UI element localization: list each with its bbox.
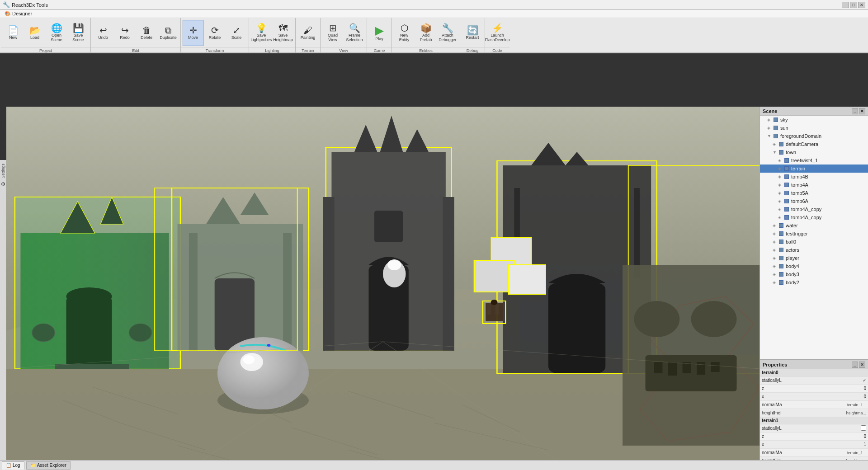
new-entity-button[interactable]: ⬡ New Entity (394, 20, 415, 46)
svg-rect-33 (331, 152, 445, 351)
frame-selection-button[interactable]: 🔍 Frame Selection (344, 20, 365, 46)
tree-item-body4[interactable]: ◈body4 (760, 262, 868, 270)
redo-button[interactable]: ↪ Redo (114, 20, 135, 46)
prop-section-terrain0[interactable]: terrain0 (760, 369, 868, 376)
tree-item-water[interactable]: ◈water (760, 221, 868, 230)
tree-item-tomb4A[interactable]: ◈tomb4A (760, 181, 868, 189)
props-close-btn[interactable]: ✕ (859, 362, 865, 368)
svg-point-53 (217, 387, 309, 414)
prop-label: x (762, 394, 798, 399)
menu-bar: 🎨 Designer (0, 10, 868, 18)
close-btn[interactable]: ✕ (858, 2, 865, 8)
scene-close-btn[interactable]: ✕ (859, 108, 865, 114)
undo-button[interactable]: ↩ Undo (93, 20, 113, 46)
attach-debugger-icon: 🔧 (442, 24, 453, 33)
save-lightprobes-button[interactable]: 💡 Save Lightprobes (251, 20, 272, 46)
tree-item-town[interactable]: ▼town (760, 148, 868, 156)
new-button[interactable]: 📄 New (3, 20, 24, 46)
add-prefab-button[interactable]: 📦 Add Prefab (415, 20, 436, 46)
svg-marker-18 (100, 197, 123, 224)
tree-item-label: sky (780, 117, 788, 122)
painting-button[interactable]: 🖌 Painting (297, 20, 318, 46)
log-tab[interactable]: 📋 Log (2, 461, 24, 470)
prop-value[interactable]: 1 (798, 442, 866, 447)
svg-line-80 (383, 342, 634, 470)
prop-checkbox[interactable] (861, 425, 866, 431)
prop-section-terrain1[interactable]: terrain1 (760, 417, 868, 424)
tree-item-foregroundDomain[interactable]: ▼foregroundDomain (760, 132, 868, 140)
toolbar-group-entities: ⬡ New Entity 📦 Add Prefab 🔧 Attach Debug… (392, 18, 460, 52)
delete-button[interactable]: 🗑 Delete (136, 20, 157, 46)
prop-row-staticallyL: staticallyL✓ (760, 376, 868, 385)
frame-selection-icon: 🔍 (349, 24, 360, 33)
node-box-icon (779, 280, 783, 285)
props-minimize-btn[interactable]: _ (852, 362, 858, 368)
prop-value[interactable]: 0 (798, 386, 866, 391)
tree-item-label: defaultCamera (786, 141, 818, 147)
minimize-btn[interactable]: _ (842, 2, 849, 8)
tree-item-tomb5A[interactable]: ◈tomb5A (760, 189, 868, 197)
node-box-icon (774, 118, 778, 122)
toolbar-group-transform: ✛ Move ⟳ Rotate ⤢ Scale Transform (181, 18, 249, 52)
prop-value[interactable]: 0 (798, 394, 866, 399)
duplicate-button[interactable]: ⧉ Duplicate (158, 20, 179, 46)
rotate-button[interactable]: ⟳ Rotate (204, 20, 225, 46)
tree-item-defaultCamera[interactable]: ◈defaultCamera (760, 140, 868, 148)
settings-gear-icon[interactable]: ⚙ (1, 181, 5, 187)
svg-line-7 (463, 405, 520, 432)
play-button[interactable]: ▶ Play (369, 20, 390, 46)
prop-value[interactable] (798, 425, 866, 432)
move-button[interactable]: ✛ Move (183, 20, 203, 46)
tree-item-tomb4B[interactable]: ◈tomb4B (760, 173, 868, 181)
svg-rect-15 (21, 233, 169, 369)
tree-item-label: body3 (786, 272, 799, 277)
viewport[interactable] (6, 107, 760, 470)
attach-debugger-button[interactable]: 🔧 Attach Debugger (437, 20, 458, 46)
restart-button[interactable]: 🔄 Restart (462, 20, 483, 46)
tree-icon: ◈ (778, 191, 783, 195)
svg-rect-24 (15, 197, 180, 369)
save-scene-button[interactable]: 💾 Save Scene (68, 20, 89, 46)
prop-value[interactable]: ✓ (798, 378, 866, 383)
scene-tree[interactable]: ◈sky◈sun▼foregroundDomain◈defaultCamera▼… (760, 116, 868, 359)
quad-view-button[interactable]: ⊞ Quad View (322, 20, 343, 46)
tree-item-sun[interactable]: ◈sun (760, 124, 868, 132)
svg-point-56 (240, 353, 263, 371)
toolbar-group-project: 📄 New 📂 Load 🌐 Open Scene 💾 Save Scene P… (1, 18, 91, 52)
prop-row-normalMa: normalMaterrain_1... (760, 449, 868, 457)
scale-button[interactable]: ⤢ Scale (226, 20, 247, 46)
tree-item-tomb6A[interactable]: ◈tomb6A (760, 197, 868, 205)
tree-item-treetwist4_1[interactable]: ◈treetwist4_1 (760, 156, 868, 164)
tree-item-testtrigger[interactable]: ◈testtrigger (760, 230, 868, 238)
settings-label[interactable]: Settings (0, 162, 6, 180)
prop-value[interactable]: 0 (798, 434, 866, 439)
tree-item-sky[interactable]: ◈sky (760, 116, 868, 124)
svg-rect-75 (697, 362, 705, 375)
tree-item-terrain[interactable]: ◈terrain (760, 164, 868, 173)
svg-marker-17 (61, 202, 95, 233)
tree-item-actors[interactable]: ◈actors (760, 246, 868, 254)
maximize-btn[interactable]: □ (850, 2, 857, 8)
tree-item-body2[interactable]: ◈body2 (760, 278, 868, 287)
open-scene-button[interactable]: 🌐 Open Scene (46, 20, 67, 46)
prop-value: heightma... (798, 411, 866, 415)
svg-rect-50 (509, 265, 546, 294)
launch-flashdevelop-button[interactable]: ⚡ Launch FlashDevelop (487, 20, 508, 46)
scene-minimize-btn[interactable]: _ (852, 108, 858, 114)
prop-label: z (762, 386, 798, 391)
asset-explorer-tab[interactable]: 📁 Asset Explorer (26, 461, 71, 470)
tree-item-ball0[interactable]: ◈ball0 (760, 238, 868, 246)
tree-item-tomb4A_copy[interactable]: ◈tomb4A_copy (760, 205, 868, 213)
load-button[interactable]: 📂 Load (24, 20, 45, 46)
svg-rect-48 (491, 238, 531, 269)
prop-row-normalMa: normalMaterrain_1... (760, 401, 868, 409)
terrain-group-label: Terrain (296, 47, 320, 54)
tree-item-body3[interactable]: ◈body3 (760, 270, 868, 278)
tree-item-player[interactable]: ◈player (760, 254, 868, 262)
node-box-icon (784, 199, 789, 203)
quad-view-icon: ⊞ (329, 24, 337, 33)
save-heightmap-button[interactable]: 🗺 Save Heightmap (273, 20, 293, 46)
tree-item-tomb4A_copy2[interactable]: ◈tomb4A_copy (760, 213, 868, 221)
menu-designer[interactable]: 🎨 Designer (2, 11, 35, 17)
save-scene-icon: 💾 (73, 24, 84, 33)
